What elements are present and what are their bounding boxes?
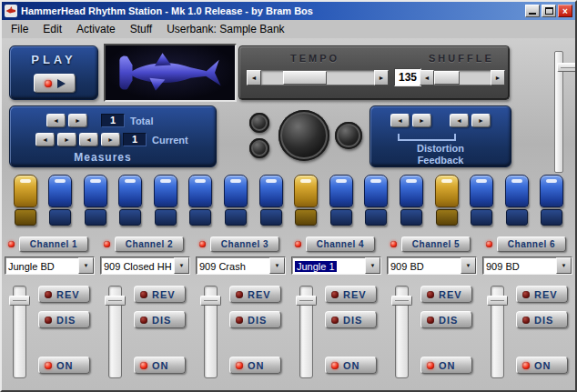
sample-select-4[interactable]: Jungle 1▼ [291, 256, 381, 275]
current-measure-prev-button[interactable]: ► [57, 133, 76, 146]
close-button[interactable]: × [558, 5, 572, 17]
step-switch-9[interactable] [294, 175, 318, 226]
tempo-slider-thumb[interactable] [283, 71, 327, 85]
dis-button-2[interactable]: DIS [134, 311, 186, 328]
on-button-3[interactable]: ON [229, 357, 281, 374]
on-button-1[interactable]: ON [38, 357, 90, 374]
shuffle-scroll-left-button[interactable]: ◄ [420, 70, 434, 85]
volume-slider-thumb[interactable] [9, 296, 30, 306]
total-measures-decrement-button[interactable]: ◄ [46, 114, 66, 127]
menu-item-stuff[interactable]: Stuff [123, 21, 159, 37]
volume-slider-5[interactable] [395, 286, 409, 378]
shuffle-scroll-right-button[interactable]: ► [491, 70, 505, 85]
volume-slider-2[interactable] [108, 286, 122, 378]
volume-slider-thumb[interactable] [200, 296, 221, 306]
dis-button-4[interactable]: DIS [325, 311, 377, 328]
volume-slider-thumb[interactable] [487, 296, 508, 306]
minimize-button[interactable] [525, 5, 540, 17]
on-button-5[interactable]: ON [420, 357, 472, 374]
rev-button-3[interactable]: REV [229, 286, 281, 303]
feedback-decrement-button[interactable]: ◄ [450, 114, 469, 127]
feedback-increment-button[interactable]: ► [471, 114, 491, 127]
volume-slider-thumb[interactable] [391, 296, 412, 306]
sample-select-3[interactable]: 909 Crash▼ [196, 256, 286, 275]
menu-item-edit[interactable]: Edit [35, 21, 69, 37]
dis-button-6[interactable]: DIS [516, 311, 568, 328]
volume-slider-thumb[interactable] [105, 296, 126, 306]
menu-item-activate[interactable]: Activate [69, 21, 123, 37]
rev-button-1[interactable]: REV [38, 286, 90, 303]
on-button-4[interactable]: ON [325, 357, 377, 374]
tempo-slider[interactable]: ◄ ► [247, 70, 389, 85]
step-switch-4[interactable] [118, 175, 142, 226]
step-switch-12[interactable] [400, 175, 423, 226]
volume-slider-thumb[interactable] [296, 296, 317, 306]
volume-slider-6[interactable] [491, 286, 504, 378]
shuffle-slider-track[interactable] [434, 70, 491, 85]
channel-button-5[interactable]: Channel 5 [401, 236, 471, 252]
current-measure-last-button[interactable]: ► [101, 133, 120, 146]
sample-select-2[interactable]: 909 Closed HH▼ [100, 256, 190, 275]
distortion-increment-button[interactable]: ► [412, 114, 431, 127]
rev-button-5[interactable]: REV [420, 286, 472, 303]
dis-button-1[interactable]: DIS [38, 311, 90, 328]
rev-button-2[interactable]: REV [134, 286, 186, 303]
step-switch-6[interactable] [188, 175, 212, 226]
tempo-scroll-right-button[interactable]: ► [374, 70, 389, 85]
master-volume-track[interactable] [554, 51, 563, 173]
current-measure-next-button[interactable]: ◄ [79, 133, 98, 146]
channel-button-1[interactable]: Channel 1 [19, 236, 88, 252]
step-switch-7[interactable] [224, 175, 248, 226]
channel-button-2[interactable]: Channel 2 [115, 236, 184, 252]
step-switch-5[interactable] [154, 175, 177, 226]
master-volume-thumb[interactable] [557, 63, 577, 72]
rev-button-6[interactable]: REV [516, 286, 568, 303]
sample-select-5[interactable]: 909 BD▼ [387, 256, 477, 275]
step-switch-10[interactable] [329, 175, 353, 226]
distortion-decrement-button[interactable]: ◄ [390, 114, 410, 127]
step-switch-15[interactable] [505, 175, 529, 226]
sample-select-arrow-button[interactable]: ▼ [556, 257, 572, 274]
maximize-button[interactable] [542, 5, 556, 17]
channel-cell-4: Channel 4 [288, 235, 384, 253]
sample-select-arrow-button[interactable]: ▼ [78, 257, 94, 274]
step-switch-8[interactable] [259, 175, 283, 226]
step-switch-3[interactable] [84, 175, 107, 226]
play-button[interactable] [34, 74, 76, 93]
volume-slider-1[interactable] [13, 286, 26, 378]
menu-item-userbank[interactable]: Userbank: Sample Bank [159, 21, 291, 37]
sample-select-arrow-button[interactable]: ▼ [365, 257, 380, 274]
channel-button-6[interactable]: Channel 6 [497, 236, 566, 252]
shuffle-slider-thumb[interactable] [434, 71, 460, 85]
step-switch-2[interactable] [48, 175, 72, 226]
sample-select-arrow-button[interactable]: ▼ [269, 257, 285, 274]
step-switch-13[interactable] [435, 175, 459, 226]
sample-select-arrow-button[interactable]: ▼ [461, 257, 476, 274]
rev-button-4[interactable]: REV [325, 286, 377, 303]
dis-button-5[interactable]: DIS [420, 311, 472, 328]
channel-button-3[interactable]: Channel 3 [210, 236, 279, 252]
step-switch-14[interactable] [470, 175, 493, 226]
step-switch-1[interactable] [14, 175, 37, 226]
step-switch-16[interactable] [540, 175, 563, 226]
master-volume-slider[interactable] [546, 51, 572, 173]
on-button-6[interactable]: ON [516, 357, 568, 374]
shuffle-slider[interactable]: ◄ ► [420, 70, 505, 85]
chevron-down-icon: ▼ [562, 263, 567, 268]
volume-slider-4[interactable] [299, 286, 313, 378]
switch-base [119, 209, 141, 226]
on-button-2[interactable]: ON [134, 357, 186, 374]
tempo-scroll-left-button[interactable]: ◄ [247, 70, 261, 85]
current-measure-first-button[interactable]: ◄ [35, 133, 55, 146]
tempo-slider-track[interactable] [261, 70, 374, 85]
menu-item-file[interactable]: File [4, 21, 35, 37]
sample-select-6[interactable]: 909 BD▼ [482, 256, 572, 275]
channel-button-4[interactable]: Channel 4 [306, 236, 375, 252]
sample-select-arrow-button[interactable]: ▼ [174, 257, 189, 274]
volume-slider-3[interactable] [204, 286, 218, 378]
total-measures-increment-button[interactable]: ► [68, 114, 87, 127]
dis-button-3[interactable]: DIS [229, 311, 281, 328]
sample-select-1[interactable]: Jungle BD▼ [5, 256, 95, 275]
titlebar[interactable]: HammerHead Rhythm Station - Mk 1.0 Relea… [2, 2, 575, 20]
step-switch-11[interactable] [364, 175, 388, 226]
